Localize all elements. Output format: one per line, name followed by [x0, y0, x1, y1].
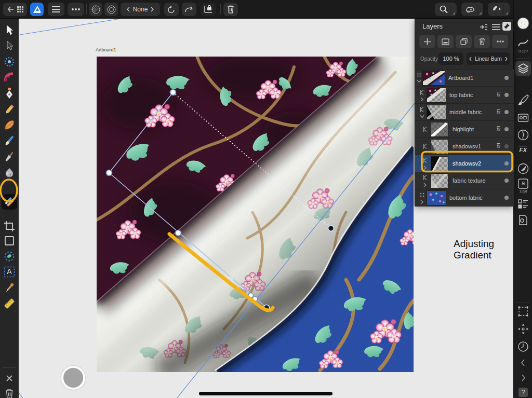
opacity-value[interactable]: 100 % — [438, 52, 463, 65]
visibility-dot[interactable] — [504, 76, 509, 80]
move-cursor-icon — [3, 24, 16, 36]
move-tool[interactable] — [3, 24, 16, 36]
visibility-dot[interactable] — [504, 144, 509, 148]
visibility-dot[interactable] — [504, 196, 509, 200]
ellipsis-icon — [72, 8, 80, 10]
crop-tool[interactable] — [3, 220, 16, 232]
artboard-label[interactable]: Artboard1 — [96, 47, 116, 52]
text-studio-tab[interactable]: a — [517, 177, 529, 190]
chevron-down-icon[interactable] — [417, 79, 421, 83]
pan-gesture-button[interactable] — [461, 3, 483, 16]
brushes-studio-tab[interactable] — [517, 94, 529, 106]
fx-badge[interactable]: fx — [497, 92, 500, 98]
chevron-right-icon[interactable] — [423, 183, 427, 187]
chevron-down-icon[interactable] — [420, 115, 424, 118]
delete-button[interactable] — [223, 3, 238, 16]
measure-tool[interactable] — [3, 297, 16, 310]
swatches-studio-tab[interactable] — [517, 112, 529, 124]
color-studio-tab[interactable] — [517, 162, 529, 175]
menu-button[interactable] — [48, 3, 64, 16]
layer-row-bottom-fabric[interactable]: bottom fabric — [415, 189, 514, 207]
visibility-dot[interactable] — [504, 93, 509, 97]
fx-badge[interactable]: fx — [497, 143, 500, 149]
history-back-button[interactable] — [517, 356, 529, 369]
layer-row-shadowsv2-selected[interactable]: shadowsv2 — [415, 155, 514, 172]
document-settings-tab[interactable] — [517, 214, 529, 226]
history-studio-tab[interactable] — [517, 340, 529, 353]
style-preset-value: None — [133, 6, 148, 13]
snapping-lock-button[interactable] — [201, 3, 216, 16]
visibility-dot[interactable] — [504, 179, 509, 183]
layers-studio-tab[interactable] — [517, 62, 529, 75]
knife-tool[interactable] — [3, 150, 16, 163]
undo-icon — [167, 5, 176, 13]
blend-mode-control[interactable]: Linear Burn — [467, 52, 510, 65]
color-picker-tool[interactable] — [3, 282, 16, 294]
layer-row-middle-fabric[interactable]: middle fabric fx — [415, 103, 514, 120]
point-transform-tool[interactable] — [3, 56, 16, 68]
panel-menu-icon[interactable] — [492, 24, 500, 30]
fill-style-button[interactable] — [89, 3, 102, 16]
page-gear-icon — [517, 214, 529, 226]
effects-studio-tab[interactable]: FX — [514, 147, 532, 153]
palette-knife-icon — [3, 150, 16, 163]
visibility-dot[interactable] — [504, 161, 509, 166]
back-to-gallery-button[interactable] — [3, 3, 27, 16]
undo-button[interactable] — [164, 3, 179, 16]
delete-layer-button[interactable] — [474, 35, 490, 48]
trash-icon — [3, 388, 16, 398]
chevron-right-icon[interactable] — [420, 97, 423, 102]
help-button[interactable]: ? — [517, 386, 529, 398]
snapping-magnet-button[interactable] — [488, 3, 510, 16]
chevron-right-icon[interactable] — [420, 200, 423, 204]
pen-tool[interactable] — [3, 87, 16, 100]
scroll-to-layer-icon[interactable] — [480, 23, 488, 31]
history-forward-button[interactable] — [517, 372, 529, 384]
duplicate-layer-button[interactable] — [456, 35, 472, 48]
cancel-button[interactable] — [3, 372, 16, 385]
stroke-width-control[interactable] — [517, 36, 529, 49]
navigator-studio-tab[interactable] — [517, 323, 529, 335]
zoom-tool-button[interactable] — [435, 3, 457, 16]
fx-badge[interactable]: fx — [497, 126, 500, 132]
style-preset-control[interactable]: None — [121, 3, 160, 16]
adjustments-studio-tab[interactable] — [517, 129, 529, 141]
app-logo-button[interactable] — [30, 3, 44, 16]
transparency-tool[interactable] — [3, 167, 16, 179]
stroke-style-button[interactable] — [104, 3, 118, 16]
corner-tool[interactable] — [3, 71, 16, 84]
pin-panel-button[interactable] — [502, 22, 511, 31]
help-label: ? — [518, 388, 528, 397]
redo-button[interactable] — [182, 3, 196, 16]
add-layer-button[interactable] — [419, 35, 435, 48]
app-window: Artboard1 — [0, 0, 532, 398]
pin-icon — [504, 23, 510, 29]
fill-color-swatch[interactable] — [517, 17, 529, 30]
delete-selection-button[interactable] — [3, 388, 16, 398]
layer-options-button[interactable] — [492, 35, 508, 48]
mask-layer-button[interactable] — [437, 35, 454, 48]
touch-loupe[interactable] — [61, 366, 85, 390]
transform-studio-tab[interactable] — [517, 305, 529, 318]
pencil-tool[interactable] — [3, 103, 16, 116]
text-tool[interactable]: A — [3, 266, 16, 278]
vector-pencil-tool[interactable] — [3, 119, 16, 131]
selection-brush-tool[interactable] — [3, 250, 16, 263]
visibility-dot[interactable] — [504, 127, 509, 131]
artwork-image[interactable] — [97, 57, 414, 372]
layer-row-fabric-texture[interactable]: fabric texture — [415, 172, 514, 189]
layer-row-highlight[interactable]: highlight fx — [415, 120, 514, 138]
rectangle-tool[interactable] — [3, 235, 16, 247]
vector-brush-tool[interactable] — [3, 134, 16, 147]
visibility-dot[interactable] — [504, 110, 509, 114]
fx-badge[interactable]: fx — [497, 109, 500, 115]
gradient-tool[interactable] — [3, 196, 16, 208]
layer-row-artboard[interactable]: Artboard1 — [415, 69, 514, 86]
layer-row-top-fabric[interactable]: top fabric fx — [415, 86, 514, 103]
more-options-button[interactable] — [68, 3, 84, 16]
chevron-right-icon[interactable] — [423, 166, 427, 170]
node-tool[interactable] — [3, 39, 16, 52]
typography-studio-tab[interactable] — [517, 198, 529, 210]
home-indicator[interactable] — [199, 392, 332, 395]
layer-row-shadowsv1[interactable]: shadowsv1 fx — [415, 138, 514, 155]
